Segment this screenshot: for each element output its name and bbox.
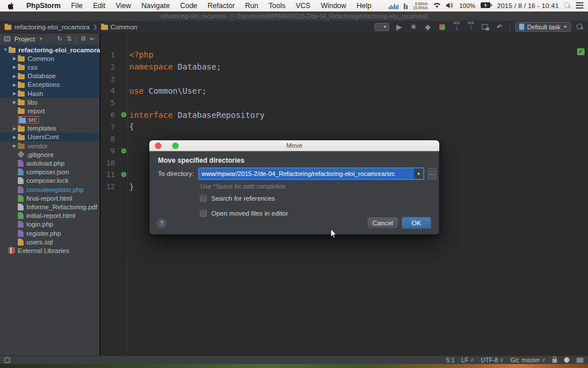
menubar-item-edit[interactable]: Edit bbox=[93, 2, 106, 10]
tree-item-vendor[interactable]: ▶vendor bbox=[0, 141, 99, 150]
tree-collapse-icon[interactable]: ▶ bbox=[11, 99, 18, 105]
search-for-references-checkbox[interactable] bbox=[200, 195, 207, 202]
tree-item-initial-report-html[interactable]: initial-report.html bbox=[0, 212, 99, 220]
tree-item-login-php[interactable]: login.php bbox=[0, 220, 99, 229]
readonly-lock-icon[interactable] bbox=[552, 359, 557, 363]
run-icon[interactable]: ▶ bbox=[394, 22, 404, 32]
implemented-marker-icon[interactable]: ↓ bbox=[121, 172, 126, 177]
tree-item-refactoring-eloi-rocamora[interactable]: ▼refactoring-eloi_rocamora( bbox=[0, 45, 99, 54]
tree-item-final-report-html[interactable]: final-report.html bbox=[0, 194, 99, 202]
memory-meter-icon[interactable] bbox=[404, 3, 408, 9]
tree-item--gitignore[interactable]: .gitignore bbox=[0, 150, 99, 159]
breadcrumb-common[interactable]: Common bbox=[101, 24, 138, 30]
close-window-button[interactable] bbox=[155, 143, 161, 149]
tree-collapse-icon[interactable]: ▶ bbox=[11, 56, 18, 61]
debug-icon[interactable]: ✳ bbox=[409, 22, 418, 32]
tree-collapse-icon[interactable]: ▶ bbox=[11, 74, 18, 79]
tree-item-database[interactable]: ▶Database bbox=[0, 72, 99, 80]
tree-item-composer-lock[interactable]: composer.lock bbox=[0, 177, 99, 185]
run-with-coverage-icon[interactable] bbox=[438, 22, 447, 32]
tree-item-autoload-php[interactable]: autoload.php bbox=[0, 159, 99, 167]
ok-button[interactable]: OK bbox=[401, 217, 431, 229]
help-button[interactable]: ? bbox=[157, 218, 167, 228]
tree-item-css[interactable]: ▶css bbox=[0, 63, 99, 71]
tree-item-consoleregister-php[interactable]: consoleregister.php bbox=[0, 185, 99, 194]
dialog-titlebar[interactable]: Move bbox=[149, 140, 439, 151]
implemented-marker-icon[interactable]: ↓ bbox=[121, 148, 126, 154]
vcs-changes-icon[interactable] bbox=[481, 22, 490, 32]
volume-icon[interactable] bbox=[446, 2, 454, 10]
caret-position-widget[interactable]: 5:1 bbox=[446, 356, 455, 363]
vcs-commit-icon[interactable]: ↑VCS bbox=[466, 22, 475, 32]
default-task-combo[interactable]: Default task ▼ bbox=[515, 22, 571, 32]
toolwindow-toggle-icon[interactable] bbox=[5, 358, 10, 363]
tree-item-src[interactable]: src bbox=[0, 116, 99, 124]
menubar-item-run[interactable]: Run bbox=[245, 2, 258, 10]
tree-item-exceptions[interactable]: ▶Exceptions bbox=[0, 80, 99, 89]
line-ending-widget[interactable]: LF⇵ bbox=[462, 356, 474, 363]
menubar-item-help[interactable]: Help bbox=[357, 2, 372, 10]
hide-panel-icon[interactable]: ⇤ bbox=[90, 35, 95, 43]
menubar-item-code[interactable]: Code bbox=[180, 2, 198, 10]
tree-item-hash[interactable]: ▶Hash bbox=[0, 89, 99, 98]
browse-directory-button[interactable]: ... bbox=[428, 168, 436, 179]
menubar-item-navigate[interactable]: Navigate bbox=[141, 2, 169, 10]
menubar-item-window[interactable]: Window bbox=[321, 2, 346, 10]
notification-center-icon[interactable] bbox=[576, 2, 583, 10]
menubar-clock[interactable]: 2015 / 8 / 16 - 10:41 bbox=[497, 2, 559, 9]
tree-item-report[interactable]: report bbox=[0, 106, 99, 115]
encoding-widget[interactable]: UTF-8⇵ bbox=[481, 356, 504, 363]
tree-collapse-icon[interactable]: ▶ bbox=[11, 91, 18, 96]
menubar-item-tools[interactable]: Tools bbox=[269, 2, 285, 10]
settings-gear-icon[interactable]: ⚙ bbox=[80, 35, 86, 43]
rollback-icon[interactable]: ↶ bbox=[495, 22, 504, 32]
menubar-item-refactor[interactable]: Refactor bbox=[208, 2, 235, 10]
tree-item-informe-refactoring-pdf[interactable]: Informe_Refactoring.pdf bbox=[0, 202, 99, 211]
tree-collapse-icon[interactable]: ▶ bbox=[11, 82, 18, 87]
menubar-app-name[interactable]: PhpStorm bbox=[26, 2, 61, 10]
event-log-bubble-icon[interactable] bbox=[577, 358, 583, 363]
tree-collapse-icon[interactable]: ▶ bbox=[11, 135, 18, 140]
directory-path-value[interactable]: www/mpwar/2015-2/de-04_Refactoring/refac… bbox=[199, 168, 413, 179]
checkbox-label[interactable]: Search for references bbox=[211, 195, 275, 202]
coverage-icon[interactable]: ◆ bbox=[423, 22, 432, 32]
apple-menu-icon[interactable] bbox=[8, 2, 14, 10]
tree-item-register-php[interactable]: register.php bbox=[0, 229, 99, 237]
cpu-meter-icon[interactable] bbox=[389, 3, 399, 9]
tree-collapse-icon[interactable]: ▶ bbox=[11, 126, 18, 131]
breadcrumb-project[interactable]: refactoring-eloi_rocamora bbox=[5, 24, 90, 30]
collapse-all-icon[interactable]: ⇅ bbox=[67, 35, 72, 43]
menubar-item-view[interactable]: View bbox=[115, 2, 131, 10]
menubar-item-vcs[interactable]: VCS bbox=[296, 2, 311, 10]
git-branch-widget[interactable]: Git: master⇵ bbox=[510, 356, 546, 363]
chevron-down-icon[interactable]: ▼ bbox=[39, 37, 43, 41]
tree-item-userscont[interactable]: ▶UsersCont bbox=[0, 133, 99, 141]
combobox-dropdown-icon[interactable]: ▼ bbox=[413, 168, 423, 179]
tree-item-common[interactable]: ▶Common bbox=[0, 54, 99, 63]
sync-icon[interactable]: ↻ bbox=[57, 35, 62, 43]
vcs-update-icon[interactable]: ↓VCS bbox=[452, 22, 461, 32]
search-everywhere-icon[interactable] bbox=[577, 24, 583, 30]
tree-collapse-icon[interactable]: ▶ bbox=[11, 143, 18, 148]
zoom-window-button[interactable] bbox=[172, 143, 179, 149]
checkbox-label[interactable]: Open moved files in editor bbox=[211, 210, 288, 217]
tree-expand-icon[interactable]: ▼ bbox=[2, 47, 9, 52]
run-config-combo[interactable]: ▼ bbox=[374, 23, 389, 31]
tree-item-users-sql[interactable]: users.sql bbox=[0, 237, 99, 246]
tree-item-templates[interactable]: ▶templates bbox=[0, 124, 99, 133]
to-directory-combobox[interactable]: www/mpwar/2015-2/de-04_Refactoring/refac… bbox=[198, 167, 424, 180]
cancel-button[interactable]: Cancel bbox=[367, 217, 399, 229]
highlighting-level-icon[interactable] bbox=[564, 357, 570, 363]
menubar-item-file[interactable]: File bbox=[71, 2, 83, 10]
tree-item-external-libraries[interactable]: External Libraries bbox=[0, 246, 99, 255]
battery-icon[interactable] bbox=[481, 2, 492, 9]
spotlight-search-icon[interactable] bbox=[564, 2, 571, 9]
tree-collapse-icon[interactable]: ▶ bbox=[11, 64, 18, 70]
network-speed[interactable]: 6.5Kb/s15.0Kb/s bbox=[413, 2, 428, 10]
tree-item-libs[interactable]: ▶libs bbox=[0, 98, 99, 106]
wifi-icon[interactable] bbox=[433, 2, 441, 10]
project-panel-title[interactable]: Project bbox=[14, 36, 35, 43]
tree-item-composer-json[interactable]: composer.json bbox=[0, 168, 99, 177]
implemented-marker-icon[interactable]: ↓ bbox=[121, 112, 126, 117]
open-moved-files-checkbox[interactable] bbox=[200, 210, 207, 217]
